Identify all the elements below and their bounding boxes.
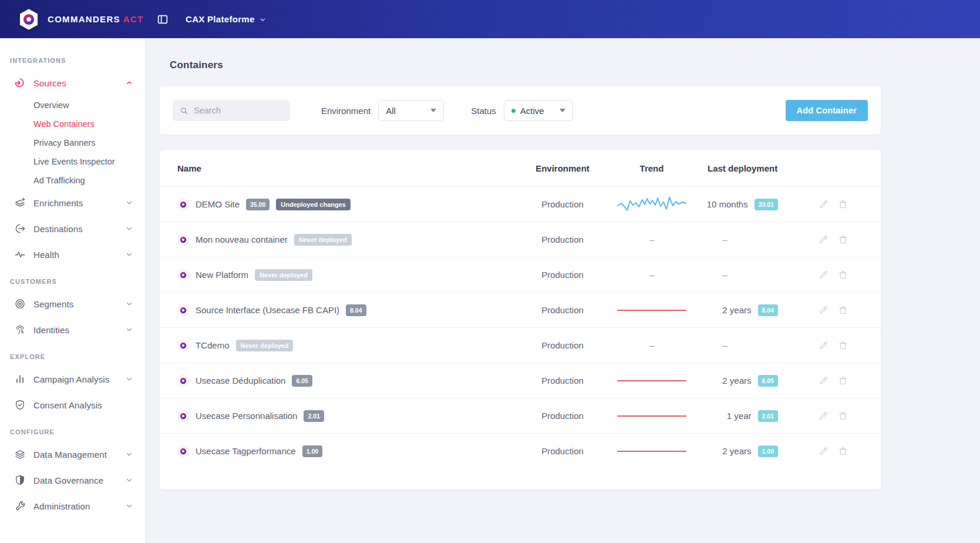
sidebar-toggle-icon[interactable] <box>156 13 169 26</box>
sidebar-item-consent-analysis[interactable]: Consent Analysis <box>0 392 145 418</box>
deployed-version-badge: 33.01 <box>755 199 778 210</box>
container-name-cell[interactable]: Usecase Personnalisation2.01 <box>177 410 513 423</box>
sidebar-item-campaign-analysis[interactable]: Campaign Analysis <box>0 366 145 392</box>
chevron-down-icon <box>125 326 133 334</box>
sidebar-item-administration[interactable]: Administration <box>0 493 145 519</box>
edit-pencil-icon[interactable] <box>819 270 829 280</box>
destination-logout-icon <box>14 223 26 234</box>
search-input[interactable] <box>194 106 283 115</box>
row-actions <box>782 234 863 244</box>
container-name-cell[interactable]: Mon nouveau containerNever deployed <box>177 233 513 246</box>
sidebar-section-label: CUSTOMERS <box>0 267 145 291</box>
sidebar-item-enrichments[interactable]: Enrichments <box>0 190 145 216</box>
sidebar-item-identities[interactable]: Identities <box>0 317 145 343</box>
wrench-icon <box>14 500 26 512</box>
sidebar: INTEGRATIONSSourcesOverviewWeb Container… <box>0 38 146 543</box>
delete-trash-icon[interactable] <box>838 270 848 280</box>
commanders-act-logo-icon <box>18 8 40 31</box>
row-actions <box>782 446 863 456</box>
environment-cell: Production <box>513 376 612 386</box>
table-body: DEMO Site35.00Undeployed changesProducti… <box>160 186 881 468</box>
container-name-cell[interactable]: Usecase Déduplication6.05 <box>177 374 513 387</box>
last-deployment-cell: 1 year2.01 <box>691 410 782 422</box>
sidebar-item-segments[interactable]: Segments <box>0 291 145 317</box>
container-name-cell[interactable]: TCdemoNever deployed <box>177 339 513 352</box>
container-name: Mon nouveau container <box>196 234 288 244</box>
trend-empty: – <box>612 234 691 244</box>
last-deployment-cell: – <box>691 340 782 350</box>
row-actions <box>782 199 863 209</box>
search-box[interactable] <box>173 100 290 121</box>
container-name: TCdemo <box>196 340 230 350</box>
table-row: Mon nouveau containerNever deployedProdu… <box>160 222 881 257</box>
trend-sparkline <box>612 194 691 215</box>
sidebar-section-label: CONFIGURE <box>0 418 145 441</box>
chevron-down-icon <box>125 375 133 383</box>
table-row: TCdemoNever deployedProduction–– <box>160 327 881 363</box>
workspace-selector[interactable]: CAX Plateforme <box>186 14 267 24</box>
sidebar-subitem-live-events-inspector[interactable]: Live Events Inspector <box>0 152 145 171</box>
sidebar-item-destinations[interactable]: Destinations <box>0 216 145 242</box>
empty-dash: – <box>722 270 727 280</box>
sidebar-item-label: Data Management <box>33 450 125 460</box>
sidebar-item-data-governance[interactable]: Data Governance <box>0 467 145 493</box>
container-hexagon-icon <box>177 304 189 317</box>
sidebar-subitem-privacy-banners[interactable]: Privacy Banners <box>0 133 145 152</box>
chevron-down-icon <box>125 250 133 259</box>
deployment-status-badge: Never deployed <box>255 269 312 281</box>
main-content: Containers Environment All Status Active… <box>146 38 980 543</box>
sidebar-item-health[interactable]: Health <box>0 242 145 267</box>
delete-trash-icon[interactable] <box>838 446 848 456</box>
status-select[interactable]: Active <box>504 100 573 121</box>
table-row: Usecase Personnalisation2.01Production1 … <box>160 398 881 433</box>
fingerprint-icon <box>14 324 26 336</box>
table-row: Usecase Déduplication6.05Production2 yea… <box>160 363 881 398</box>
container-name: Usecase Personnalisation <box>196 411 297 421</box>
delete-trash-icon[interactable] <box>838 411 848 421</box>
containers-table: Name Environment Trend Last deployment D… <box>160 150 881 490</box>
table-row: New PlatformNever deployedProduction–– <box>160 257 881 292</box>
chevron-down-icon <box>125 300 133 308</box>
edit-pencil-icon[interactable] <box>819 411 829 421</box>
sidebar-subitem-web-containers[interactable]: Web Containers <box>0 115 145 133</box>
delete-trash-icon[interactable] <box>838 305 848 315</box>
edit-pencil-icon[interactable] <box>819 234 829 244</box>
container-name-cell[interactable]: Source Interface (Usecase FB CAPI)8.04 <box>177 304 513 317</box>
sidebar-item-data-management[interactable]: Data Management <box>0 441 145 467</box>
edit-pencil-icon[interactable] <box>819 446 829 456</box>
container-name: Usecase Déduplication <box>196 376 285 386</box>
edit-pencil-icon[interactable] <box>819 199 829 209</box>
edit-pencil-icon[interactable] <box>819 340 829 350</box>
delete-trash-icon[interactable] <box>838 376 848 386</box>
delete-trash-icon[interactable] <box>838 340 848 350</box>
environment-cell: Production <box>513 411 612 421</box>
empty-dash: – <box>649 340 654 350</box>
chevron-down-icon <box>259 16 267 24</box>
status-value: Active <box>520 106 555 116</box>
sidebar-item-label: Campaign Analysis <box>33 374 125 384</box>
container-hexagon-icon <box>177 445 189 458</box>
delete-trash-icon[interactable] <box>838 234 848 244</box>
container-name-cell[interactable]: New PlatformNever deployed <box>177 269 513 281</box>
environment-select[interactable]: All <box>378 100 444 121</box>
column-header-last-deployment: Last deployment <box>691 163 782 173</box>
sidebar-item-sources[interactable]: Sources <box>0 70 145 96</box>
container-name: New Platform <box>196 270 248 280</box>
last-deployment-age: 10 months <box>707 199 748 209</box>
edit-pencil-icon[interactable] <box>819 376 829 386</box>
deployment-status-badge: Undeployed changes <box>276 199 351 210</box>
chevron-down-icon <box>125 450 133 458</box>
select-arrow-icon <box>560 109 565 112</box>
edit-pencil-icon[interactable] <box>819 305 829 315</box>
sidebar-subitem-overview[interactable]: Overview <box>0 96 145 115</box>
deployed-version-badge: 8.04 <box>758 304 778 316</box>
container-name-cell[interactable]: DEMO Site35.00Undeployed changes <box>177 198 513 211</box>
brand: COMMANDERSACT <box>0 8 147 31</box>
delete-trash-icon[interactable] <box>838 199 848 209</box>
container-name-cell[interactable]: Usecase Tagperformance1.00 <box>177 445 513 458</box>
sidebar-item-label: Destinations <box>33 224 125 234</box>
sidebar-subitem-ad-trafficking[interactable]: Ad Trafficking <box>0 171 145 190</box>
trend-flatline <box>612 415 691 417</box>
add-container-button[interactable]: Add Container <box>786 100 868 121</box>
trend-flatline <box>612 310 691 311</box>
